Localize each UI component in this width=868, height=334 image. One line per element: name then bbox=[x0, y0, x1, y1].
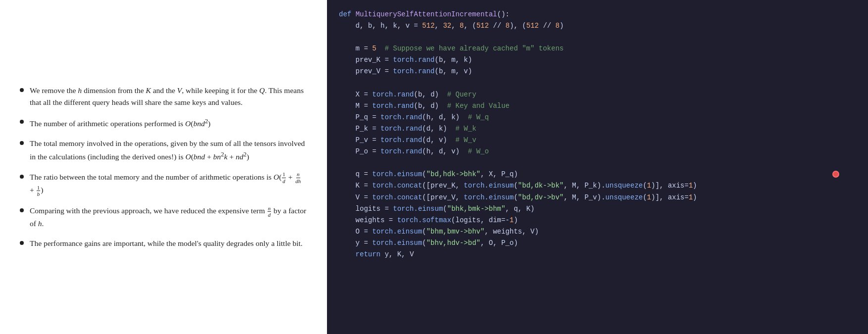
bullet-item-5: Comparing with the previous approach, we… bbox=[20, 205, 307, 230]
bullet-text-1: We remove the h dimension from the K and… bbox=[30, 85, 307, 108]
bullet-list: We remove the h dimension from the K and… bbox=[20, 85, 307, 249]
code-block: def MultiquerySelfAttentionIncremental()… bbox=[339, 9, 856, 260]
bullet-item-1: We remove the h dimension from the K and… bbox=[20, 85, 307, 108]
bullet-text-3: The total memory involved in the operati… bbox=[30, 138, 307, 163]
bullet-text-6: The performance gains are important, whi… bbox=[30, 238, 307, 249]
bullet-item-4: The ratio between the total memory and t… bbox=[20, 171, 307, 197]
bullet-item-6: The performance gains are important, whi… bbox=[20, 238, 307, 249]
left-panel: We remove the h dimension from the K and… bbox=[0, 0, 327, 334]
bullet-item-2: The number of arithmetic operations perf… bbox=[20, 116, 307, 130]
right-panel: def MultiquerySelfAttentionIncremental()… bbox=[327, 0, 868, 334]
bullet-item-3: The total memory involved in the operati… bbox=[20, 138, 307, 163]
bullet-text-4: The ratio between the total memory and t… bbox=[30, 171, 307, 197]
bullet-dot-3 bbox=[20, 141, 24, 145]
bullet-dot-5 bbox=[20, 208, 24, 212]
bullet-dot-4 bbox=[20, 175, 24, 179]
bullet-dot-1 bbox=[20, 88, 24, 92]
bullet-dot-2 bbox=[20, 120, 24, 124]
bullet-dot-6 bbox=[20, 241, 24, 245]
bullet-text-2: The number of arithmetic operations perf… bbox=[30, 116, 307, 130]
bullet-text-5: Comparing with the previous approach, we… bbox=[30, 205, 307, 230]
red-dot-indicator bbox=[832, 171, 839, 178]
